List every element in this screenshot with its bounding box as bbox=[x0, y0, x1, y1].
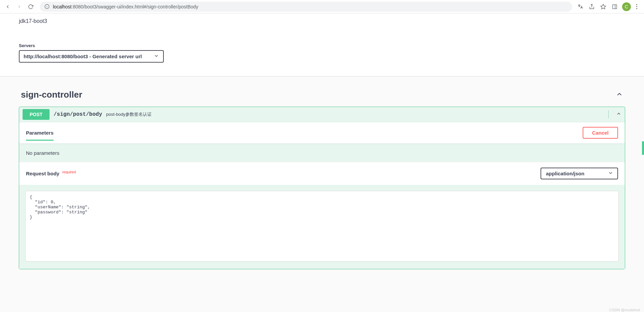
reload-button[interactable] bbox=[26, 2, 36, 12]
bookmark-star-icon[interactable] bbox=[599, 3, 607, 11]
operation-description: post-body参数签名认证 bbox=[106, 111, 152, 117]
servers-label: Servers bbox=[19, 43, 625, 48]
content-type-select[interactable]: application/json bbox=[541, 168, 618, 179]
url-text: localhost:8080/boot3/swagger-ui/index.ht… bbox=[53, 4, 198, 9]
parameters-section: Parameters Cancel bbox=[19, 122, 625, 144]
avatar-letter: C bbox=[625, 4, 628, 9]
operation-path: /sign/post/body bbox=[54, 111, 102, 117]
request-body-area bbox=[19, 185, 625, 269]
tag-name: sign-controller bbox=[21, 90, 82, 100]
chevron-up-icon bbox=[616, 91, 623, 99]
operation-summary[interactable]: POST /sign/post/body post-body参数签名认证 bbox=[19, 107, 625, 122]
browser-toolbar: localhost:8080/boot3/swagger-ui/index.ht… bbox=[0, 0, 644, 13]
share-icon[interactable] bbox=[588, 3, 596, 11]
request-body-heading: Request body bbox=[26, 171, 59, 177]
main-content: sign-controller POST /sign/post/body pos… bbox=[0, 76, 644, 312]
kebab-menu-icon[interactable] bbox=[634, 4, 639, 9]
no-parameters-text: No parameters bbox=[19, 144, 625, 162]
svg-marker-3 bbox=[601, 4, 606, 9]
chevron-down-icon bbox=[154, 53, 159, 60]
server-selected-value: http://localhost:8080/boot3 - Generated … bbox=[24, 54, 142, 59]
chevron-up-icon bbox=[616, 111, 621, 118]
request-body-header: Request body required application/json bbox=[19, 162, 625, 185]
content-type-value: application/json bbox=[546, 171, 584, 176]
scroll-indicator bbox=[642, 141, 644, 155]
profile-avatar[interactable]: C bbox=[622, 2, 631, 11]
api-title: jdk17-boot3 bbox=[19, 18, 625, 24]
parameters-heading: Parameters bbox=[26, 130, 54, 141]
chevron-down-icon bbox=[608, 170, 613, 177]
server-select[interactable]: http://localhost:8080/boot3 - Generated … bbox=[19, 50, 164, 63]
watermark-text: CSDN @modelmd bbox=[609, 308, 640, 312]
info-icon bbox=[44, 4, 50, 9]
http-method-badge: POST bbox=[23, 109, 50, 120]
tag-header[interactable]: sign-controller bbox=[19, 85, 625, 105]
operation-block: POST /sign/post/body post-body参数签名认证 Par… bbox=[19, 107, 625, 269]
forward-button[interactable] bbox=[14, 2, 24, 12]
translate-icon[interactable] bbox=[576, 3, 584, 11]
panel-icon[interactable] bbox=[611, 3, 619, 11]
svg-rect-4 bbox=[613, 5, 617, 9]
required-label: required bbox=[62, 170, 76, 174]
cancel-button[interactable]: Cancel bbox=[583, 127, 618, 139]
swagger-header: jdk17-boot3 Servers http://localhost:808… bbox=[0, 13, 644, 76]
address-bar[interactable]: localhost:8080/boot3/swagger-ui/index.ht… bbox=[40, 2, 572, 12]
back-button[interactable] bbox=[3, 2, 13, 12]
request-body-textarea[interactable] bbox=[25, 191, 619, 261]
